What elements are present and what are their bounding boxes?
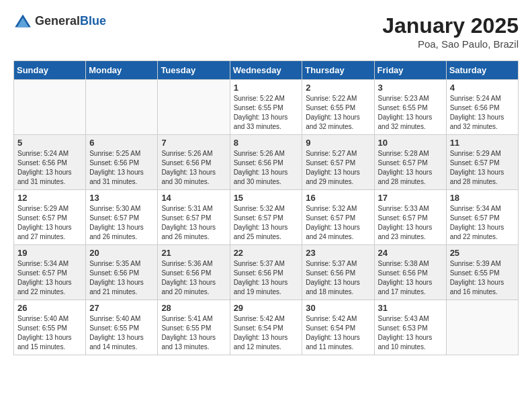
calendar-cell [14,80,86,135]
day-info: Sunrise: 5:35 AM Sunset: 6:56 PM Dayligh… [89,259,154,297]
calendar-cell: 26Sunrise: 5:40 AM Sunset: 6:55 PM Dayli… [14,300,86,355]
day-number: 18 [450,193,515,203]
calendar-cell: 8Sunrise: 5:26 AM Sunset: 6:56 PM Daylig… [230,135,302,190]
day-info: Sunrise: 5:25 AM Sunset: 6:56 PM Dayligh… [89,149,154,187]
day-info: Sunrise: 5:32 AM Sunset: 6:57 PM Dayligh… [234,204,299,242]
day-info: Sunrise: 5:23 AM Sunset: 6:55 PM Dayligh… [378,94,443,132]
calendar-cell: 1Sunrise: 5:22 AM Sunset: 6:55 PM Daylig… [230,80,302,135]
calendar-cell: 30Sunrise: 5:42 AM Sunset: 6:54 PM Dayli… [302,300,374,355]
day-number: 4 [450,83,515,93]
day-info: Sunrise: 5:37 AM Sunset: 6:56 PM Dayligh… [234,259,299,297]
day-info: Sunrise: 5:34 AM Sunset: 6:57 PM Dayligh… [450,204,515,242]
day-info: Sunrise: 5:40 AM Sunset: 6:55 PM Dayligh… [89,314,154,352]
logo-icon [13,13,32,28]
day-number: 16 [306,193,370,203]
calendar-cell: 24Sunrise: 5:38 AM Sunset: 6:56 PM Dayli… [374,245,446,300]
calendar-cell: 25Sunrise: 5:39 AM Sunset: 6:55 PM Dayli… [446,245,518,300]
day-number: 25 [450,248,515,258]
calendar-cell: 7Sunrise: 5:26 AM Sunset: 6:56 PM Daylig… [158,135,230,190]
day-info: Sunrise: 5:34 AM Sunset: 6:57 PM Dayligh… [17,259,82,297]
day-info: Sunrise: 5:39 AM Sunset: 6:55 PM Dayligh… [450,259,515,297]
day-info: Sunrise: 5:26 AM Sunset: 6:56 PM Dayligh… [161,149,226,187]
calendar-cell: 9Sunrise: 5:27 AM Sunset: 6:57 PM Daylig… [302,135,374,190]
calendar-cell: 2Sunrise: 5:22 AM Sunset: 6:55 PM Daylig… [302,80,374,135]
calendar-table: SundayMondayTuesdayWednesdayThursdayFrid… [13,60,519,355]
location: Poa, Sao Paulo, Brazil [382,38,519,50]
calendar-cell: 10Sunrise: 5:28 AM Sunset: 6:57 PM Dayli… [374,135,446,190]
day-number: 24 [378,248,443,258]
calendar-cell: 4Sunrise: 5:24 AM Sunset: 6:56 PM Daylig… [446,80,518,135]
calendar-cell: 17Sunrise: 5:33 AM Sunset: 6:57 PM Dayli… [374,190,446,245]
calendar-week-1: 1Sunrise: 5:22 AM Sunset: 6:55 PM Daylig… [14,80,519,135]
day-info: Sunrise: 5:42 AM Sunset: 6:54 PM Dayligh… [234,314,299,352]
day-info: Sunrise: 5:32 AM Sunset: 6:57 PM Dayligh… [306,204,370,242]
day-info: Sunrise: 5:33 AM Sunset: 6:57 PM Dayligh… [378,204,443,242]
day-number: 27 [89,303,154,313]
calendar-cell: 18Sunrise: 5:34 AM Sunset: 6:57 PM Dayli… [446,190,518,245]
day-info: Sunrise: 5:37 AM Sunset: 6:56 PM Dayligh… [306,259,370,297]
day-info: Sunrise: 5:36 AM Sunset: 6:56 PM Dayligh… [161,259,226,297]
day-info: Sunrise: 5:28 AM Sunset: 6:57 PM Dayligh… [378,149,443,187]
day-number: 14 [161,193,226,203]
day-number: 5 [17,138,82,148]
day-number: 17 [378,193,443,203]
calendar-cell: 29Sunrise: 5:42 AM Sunset: 6:54 PM Dayli… [230,300,302,355]
day-number: 11 [450,138,515,148]
weekday-saturday: Saturday [446,61,518,80]
day-info: Sunrise: 5:30 AM Sunset: 6:57 PM Dayligh… [89,204,154,242]
day-info: Sunrise: 5:26 AM Sunset: 6:56 PM Dayligh… [234,149,299,187]
day-number: 10 [378,138,443,148]
day-number: 30 [306,303,370,313]
day-info: Sunrise: 5:22 AM Sunset: 6:55 PM Dayligh… [234,94,299,132]
day-number: 3 [378,83,443,93]
day-number: 12 [17,193,82,203]
day-info: Sunrise: 5:42 AM Sunset: 6:54 PM Dayligh… [306,314,370,352]
calendar-cell [446,300,518,355]
day-info: Sunrise: 5:22 AM Sunset: 6:55 PM Dayligh… [306,94,370,132]
day-number: 15 [234,193,299,203]
weekday-header-row: SundayMondayTuesdayWednesdayThursdayFrid… [14,61,519,80]
calendar-cell: 31Sunrise: 5:43 AM Sunset: 6:53 PM Dayli… [374,300,446,355]
day-info: Sunrise: 5:29 AM Sunset: 6:57 PM Dayligh… [450,149,515,187]
calendar-cell: 13Sunrise: 5:30 AM Sunset: 6:57 PM Dayli… [86,190,158,245]
calendar-cell: 21Sunrise: 5:36 AM Sunset: 6:56 PM Dayli… [158,245,230,300]
day-info: Sunrise: 5:40 AM Sunset: 6:55 PM Dayligh… [17,314,82,352]
calendar-cell: 6Sunrise: 5:25 AM Sunset: 6:56 PM Daylig… [86,135,158,190]
weekday-wednesday: Wednesday [230,61,302,80]
day-info: Sunrise: 5:27 AM Sunset: 6:57 PM Dayligh… [306,149,370,187]
title-block: January 2025 Poa, Sao Paulo, Brazil [382,13,519,50]
weekday-monday: Monday [86,61,158,80]
day-info: Sunrise: 5:29 AM Sunset: 6:57 PM Dayligh… [17,204,82,242]
calendar-cell: 11Sunrise: 5:29 AM Sunset: 6:57 PM Dayli… [446,135,518,190]
calendar-cell: 3Sunrise: 5:23 AM Sunset: 6:55 PM Daylig… [374,80,446,135]
calendar-cell: 27Sunrise: 5:40 AM Sunset: 6:55 PM Dayli… [86,300,158,355]
calendar-cell: 22Sunrise: 5:37 AM Sunset: 6:56 PM Dayli… [230,245,302,300]
day-number: 29 [234,303,299,313]
day-number: 9 [306,138,370,148]
calendar-week-3: 12Sunrise: 5:29 AM Sunset: 6:57 PM Dayli… [14,190,519,245]
day-number: 19 [17,248,82,258]
day-info: Sunrise: 5:31 AM Sunset: 6:57 PM Dayligh… [161,204,226,242]
logo-blue: Blue [80,14,106,28]
day-info: Sunrise: 5:24 AM Sunset: 6:56 PM Dayligh… [17,149,82,187]
day-number: 22 [234,248,299,258]
day-info: Sunrise: 5:43 AM Sunset: 6:53 PM Dayligh… [378,314,443,352]
day-number: 21 [161,248,226,258]
calendar-cell: 5Sunrise: 5:24 AM Sunset: 6:56 PM Daylig… [14,135,86,190]
day-info: Sunrise: 5:38 AM Sunset: 6:56 PM Dayligh… [378,259,443,297]
logo-general: General [35,14,80,28]
calendar-week-2: 5Sunrise: 5:24 AM Sunset: 6:56 PM Daylig… [14,135,519,190]
calendar-cell: 20Sunrise: 5:35 AM Sunset: 6:56 PM Dayli… [86,245,158,300]
day-number: 13 [89,193,154,203]
calendar-cell: 12Sunrise: 5:29 AM Sunset: 6:57 PM Dayli… [14,190,86,245]
calendar-cell: 14Sunrise: 5:31 AM Sunset: 6:57 PM Dayli… [158,190,230,245]
day-info: Sunrise: 5:41 AM Sunset: 6:55 PM Dayligh… [161,314,226,352]
day-number: 7 [161,138,226,148]
calendar-cell: 19Sunrise: 5:34 AM Sunset: 6:57 PM Dayli… [14,245,86,300]
calendar-cell: 15Sunrise: 5:32 AM Sunset: 6:57 PM Dayli… [230,190,302,245]
logo: GeneralBlue [13,13,106,28]
day-number: 1 [234,83,299,93]
calendar-cell: 16Sunrise: 5:32 AM Sunset: 6:57 PM Dayli… [302,190,374,245]
weekday-thursday: Thursday [302,61,374,80]
day-number: 6 [89,138,154,148]
